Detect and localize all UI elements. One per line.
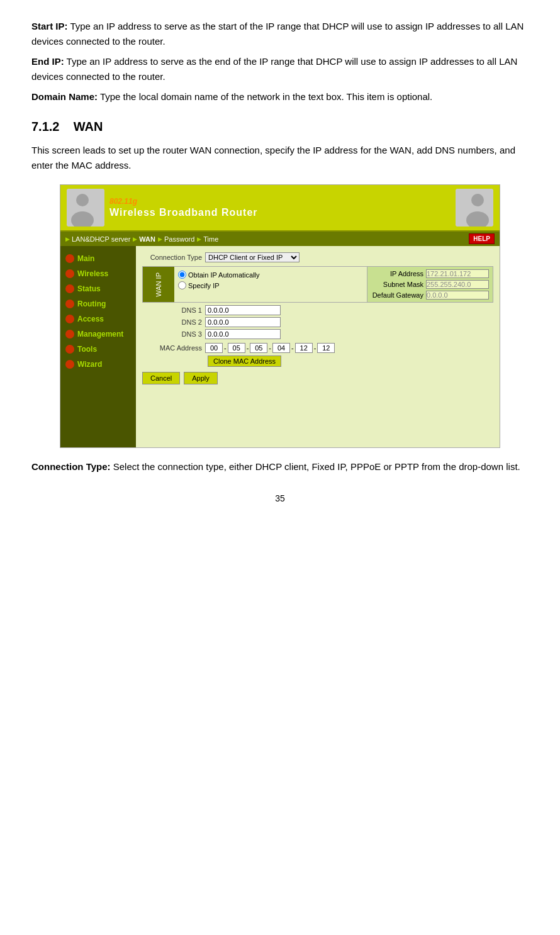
dns1-input[interactable]: [205, 305, 281, 315]
mac-address-label: MAC Address: [142, 344, 205, 352]
dns2-input[interactable]: [205, 317, 281, 327]
sidebar-item-routing[interactable]: Routing: [60, 296, 136, 311]
wan-ip-right: IP Address Subnet Mask Default Gateway: [367, 267, 493, 302]
mac-inputs: - - - - -: [205, 343, 335, 353]
sidebar-item-wireless[interactable]: Wireless: [60, 266, 136, 281]
default-gateway-label: Default Gateway: [371, 291, 426, 299]
obtain-ip-row: Obtain IP Automatically: [178, 271, 363, 279]
dns2-row: DNS 2: [142, 317, 493, 327]
sidebar-dot-routing: [65, 300, 74, 308]
nav-label-lan: LAN&DHCP server: [72, 235, 130, 243]
wan-ip-section: WAN IP Obtain IP Automatically Specify I…: [142, 266, 493, 303]
mac-address-row: MAC Address - - - - -: [142, 343, 493, 353]
sidebar-item-wizard[interactable]: Wizard: [60, 357, 136, 372]
dns3-row: DNS 3: [142, 329, 493, 339]
sidebar-dot-wireless: [65, 269, 74, 278]
wan-ip-left-label: WAN IP: [143, 267, 174, 302]
logo-top: 802.11g: [109, 197, 258, 206]
mac-sep-5: -: [314, 344, 316, 352]
clone-mac-row: Clone MAC Address: [142, 356, 493, 367]
sidebar-dot-wizard: [65, 360, 74, 369]
header-img-left: [67, 189, 104, 227]
sidebar-label-status: Status: [77, 284, 101, 293]
sidebar-item-status[interactable]: Status: [60, 281, 136, 296]
start-ip-text: Type an IP address to serve as the start…: [31, 21, 524, 47]
mac-input-1[interactable]: [205, 343, 223, 353]
mac-input-2[interactable]: [228, 343, 245, 353]
router-ui: 802.11g Wireless Broadband Router ▶ LAN&…: [60, 184, 500, 448]
specify-ip-radio[interactable]: [178, 281, 186, 289]
router-sidebar: Main Wireless Status Routing Access: [60, 246, 136, 447]
sidebar-dot-management: [65, 330, 74, 339]
sidebar-item-access[interactable]: Access: [60, 311, 136, 327]
sidebar-label-routing: Routing: [77, 300, 106, 308]
ip-address-input[interactable]: [426, 269, 489, 278]
sidebar-item-main[interactable]: Main: [60, 251, 136, 266]
wan-ip-vertical-label: WAN IP: [155, 272, 162, 297]
sidebar-item-tools[interactable]: Tools: [60, 342, 136, 357]
nav-arrow-icon: ▶: [197, 236, 201, 242]
sidebar-label-tools: Tools: [77, 345, 97, 354]
svg-point-1: [76, 194, 89, 206]
dns2-label: DNS 2: [142, 318, 205, 326]
section-number: 7.1.2: [31, 120, 59, 133]
form-buttons: Cancel Apply: [142, 372, 493, 384]
specify-ip-row: Specify IP: [178, 281, 363, 289]
router-content-area: Connection Type DHCP Client or Fixed IP …: [136, 246, 500, 447]
start-ip-paragraph: Start IP: Type an IP address to serve as…: [31, 19, 529, 49]
router-header: 802.11g Wireless Broadband Router: [60, 185, 500, 232]
subnet-mask-row: Subnet Mask: [371, 280, 489, 289]
sidebar-label-wireless: Wireless: [77, 269, 108, 278]
bottom-paragraph: Connection Type: Select the connection t…: [31, 459, 529, 474]
help-button[interactable]: HELP: [469, 233, 495, 244]
dns3-input[interactable]: [205, 329, 281, 339]
intro-text: This screen leads to set up the router W…: [31, 143, 529, 173]
page-number: 35: [31, 493, 529, 503]
end-ip-text: Type an IP address to serve as the end o…: [31, 56, 517, 82]
domain-name-paragraph: Domain Name: Type the local domain name …: [31, 89, 529, 104]
sidebar-dot-main: [65, 254, 74, 263]
nav-label-time: Time: [203, 235, 218, 243]
page-content: Start IP: Type an IP address to serve as…: [31, 19, 529, 503]
cancel-button[interactable]: Cancel: [142, 372, 180, 384]
apply-button[interactable]: Apply: [184, 372, 218, 384]
section-title: WAN: [74, 120, 103, 133]
nav-item-wan[interactable]: ▶ WAN: [133, 235, 155, 243]
nav-label-wan: WAN: [139, 235, 155, 243]
mac-input-6[interactable]: [317, 343, 335, 353]
dns1-label: DNS 1: [142, 306, 205, 314]
dns1-row: DNS 1: [142, 305, 493, 315]
sidebar-label-wizard: Wizard: [77, 360, 102, 369]
connection-type-select[interactable]: DHCP Client or Fixed IP: [205, 252, 300, 262]
connection-type-bottom-text: Select the connection type, either DHCP …: [111, 461, 520, 472]
obtain-ip-radio[interactable]: [178, 271, 186, 279]
nav-item-time[interactable]: ▶ Time: [197, 235, 218, 243]
router-logo: 802.11g Wireless Broadband Router: [109, 197, 258, 218]
svg-point-4: [471, 194, 484, 206]
sidebar-dot-tools: [65, 345, 74, 354]
sidebar-item-management[interactable]: Management: [60, 327, 136, 342]
start-ip-label: Start IP:: [31, 21, 68, 31]
ip-address-label: IP Address: [371, 270, 426, 277]
sidebar-label-management: Management: [77, 330, 123, 339]
nav-item-lan[interactable]: ▶ LAN&DHCP server: [65, 235, 130, 243]
mac-input-5[interactable]: [295, 343, 313, 353]
default-gateway-input[interactable]: [426, 291, 489, 300]
logo-bottom: Wireless Broadband Router: [109, 206, 258, 218]
subnet-mask-input[interactable]: [426, 280, 489, 289]
header-img-right: [456, 189, 493, 227]
dns3-label: DNS 3: [142, 330, 205, 338]
nav-arrow-icon: ▶: [65, 236, 70, 242]
domain-name-label: Domain Name:: [31, 91, 98, 102]
mac-input-3[interactable]: [250, 343, 267, 353]
connection-type-row: Connection Type DHCP Client or Fixed IP: [142, 252, 493, 262]
nav-item-password[interactable]: ▶ Password: [158, 235, 194, 243]
clone-mac-button[interactable]: Clone MAC Address: [208, 356, 281, 367]
subnet-mask-label: Subnet Mask: [371, 281, 426, 288]
connection-type-bottom-bold: Connection Type:: [31, 461, 111, 472]
mac-sep-2: -: [247, 344, 249, 352]
mac-input-4[interactable]: [272, 343, 290, 353]
nav-arrow-icon: ▶: [133, 236, 137, 242]
ip-address-row: IP Address: [371, 269, 489, 278]
obtain-ip-label: Obtain IP Automatically: [188, 271, 260, 279]
